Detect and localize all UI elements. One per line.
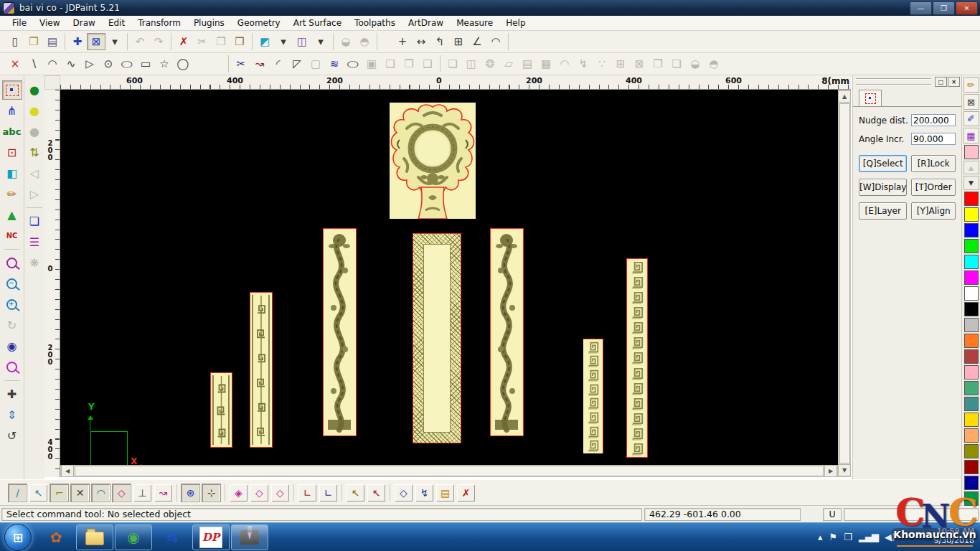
panel-maximize-button[interactable]: □ bbox=[935, 77, 947, 87]
measure-angle-button[interactable]: ∠ bbox=[468, 33, 486, 50]
menu-toolpaths[interactable]: Toolpaths bbox=[348, 17, 402, 29]
guide-diamond3-button[interactable]: ◇ bbox=[270, 484, 290, 502]
snap-node-button[interactable]: ↖ bbox=[29, 484, 48, 502]
pan-button[interactable]: ✚ bbox=[2, 385, 22, 404]
tray-volume-icon[interactable]: ◀) bbox=[885, 532, 895, 542]
scroll-up-button[interactable]: ▲ bbox=[838, 90, 851, 103]
render-mode-button[interactable]: ◩ bbox=[255, 33, 274, 50]
artwork-crest[interactable] bbox=[390, 103, 476, 219]
taskbar-browser-icon[interactable]: ◉ bbox=[115, 524, 152, 550]
select-mode-button[interactable]: [Q]Select bbox=[859, 155, 907, 172]
menu-artdraw[interactable]: ArtDraw bbox=[402, 17, 450, 29]
panel-header[interactable]: □× bbox=[853, 75, 961, 87]
draw-arc-button[interactable]: ◠ bbox=[43, 55, 62, 72]
snap-intersection-button[interactable]: ✕ bbox=[70, 484, 90, 502]
scroll-down-button[interactable]: ▼ bbox=[838, 464, 851, 476]
menu-measure[interactable]: Measure bbox=[450, 17, 499, 29]
color-swatch[interactable] bbox=[964, 318, 979, 332]
panel-close-button[interactable]: × bbox=[948, 77, 960, 87]
origin-crosshair-button[interactable]: ✚ bbox=[68, 33, 87, 50]
vertical-scroll-thumb[interactable] bbox=[839, 103, 850, 463]
surface-mode-button[interactable]: ◫ bbox=[293, 33, 311, 50]
draw-ellipse-button[interactable]: ◯ bbox=[118, 59, 136, 70]
menu-transform[interactable]: Transform bbox=[131, 17, 187, 29]
outline-offset-button[interactable]: ◯ bbox=[344, 59, 362, 70]
align-ruler-button[interactable]: ∟ bbox=[298, 484, 317, 502]
color-swatch[interactable] bbox=[964, 270, 979, 285]
draw-circle-button[interactable]: ⊙ bbox=[99, 55, 118, 72]
taskbar-explorer-icon[interactable] bbox=[76, 524, 113, 550]
draw-polyline-button[interactable]: ▷ bbox=[80, 55, 99, 72]
menu-geometry[interactable]: Geometry bbox=[231, 17, 287, 29]
guide-diamond2-button[interactable]: ◇ bbox=[250, 484, 269, 502]
snap-perpendicular-button[interactable]: ⊥ bbox=[133, 484, 152, 502]
color-swatch[interactable] bbox=[964, 397, 979, 411]
display-button[interactable]: [W]Display bbox=[859, 179, 907, 196]
node-edit-tool[interactable]: ⋔ bbox=[2, 101, 22, 121]
horizontal-scrollbar[interactable]: ◀ ▶ bbox=[60, 465, 838, 477]
snap-quadrant-button[interactable]: ◇ bbox=[112, 484, 131, 502]
color-swatch[interactable] bbox=[964, 365, 979, 380]
artwork-dragon-column-left[interactable] bbox=[323, 228, 357, 436]
maximize-button[interactable]: ❐ bbox=[933, 1, 955, 15]
align-ruler2-button[interactable]: ∟ bbox=[319, 484, 338, 502]
menu-draw[interactable]: Draw bbox=[67, 17, 102, 29]
snap-endpoint-button[interactable]: ∕ bbox=[8, 484, 27, 502]
snap-grid-button[interactable]: ⊛ bbox=[181, 484, 200, 502]
color-picker-icon[interactable]: ✐ bbox=[963, 111, 979, 126]
render-mode-dropdown[interactable]: ▾ bbox=[274, 33, 293, 50]
lock-button[interactable]: [R]Lock bbox=[911, 155, 956, 172]
draw-curve-button[interactable]: ∿ bbox=[62, 55, 80, 72]
rotate-view-button[interactable]: ↺ bbox=[2, 426, 22, 446]
extend-button[interactable]: ↝ bbox=[250, 55, 269, 72]
color-swatch[interactable] bbox=[964, 381, 979, 395]
layer-button[interactable]: [E]Layer bbox=[859, 202, 907, 220]
menu-art-surface[interactable]: Art Surface bbox=[287, 17, 348, 29]
delete-node-button[interactable]: ✗ bbox=[456, 484, 476, 502]
snap-axis-button[interactable]: ⊹ bbox=[202, 484, 221, 502]
nudge-dist-input[interactable] bbox=[911, 114, 956, 126]
pick-mode-button[interactable]: ⊠ bbox=[87, 33, 105, 50]
snap-nearest-button[interactable]: ↝ bbox=[154, 484, 173, 502]
trim-button[interactable]: ✂ bbox=[232, 55, 250, 72]
color-swatch[interactable] bbox=[964, 413, 979, 427]
taskbar-sync-icon[interactable]: ⇆ bbox=[154, 524, 191, 550]
measure-curve-button[interactable]: ◠ bbox=[486, 33, 505, 50]
zoom-out-button[interactable]: − bbox=[2, 274, 22, 293]
layers-panel-button[interactable]: ❏ bbox=[24, 212, 44, 231]
nc-toolpath-tool[interactable]: NC bbox=[2, 226, 22, 245]
text-tool[interactable]: abc bbox=[2, 122, 22, 141]
artwork-greekkey-column-short[interactable] bbox=[583, 339, 603, 453]
color-swatch[interactable] bbox=[964, 476, 979, 490]
menu-edit[interactable]: Edit bbox=[102, 17, 131, 29]
unit-toggle-button[interactable]: U bbox=[823, 508, 842, 521]
menu-plugins[interactable]: Plugins bbox=[187, 17, 231, 29]
draw-line-button[interactable]: ∖ bbox=[24, 55, 43, 72]
taskbar-paint-icon[interactable]: ✿ bbox=[37, 524, 75, 550]
paste-button[interactable]: ❒ bbox=[230, 33, 249, 50]
show-layer-button[interactable]: ● bbox=[24, 101, 44, 121]
angle-incr-input[interactable] bbox=[911, 133, 956, 145]
fillet-button[interactable]: ◜ bbox=[269, 55, 288, 72]
artwork-scroll-column-small[interactable] bbox=[210, 372, 232, 448]
zoom-object-button[interactable] bbox=[2, 357, 22, 377]
close-button[interactable]: ✕ bbox=[956, 1, 978, 15]
tab-select-tool[interactable] bbox=[859, 90, 882, 106]
taskbar-jdpaint-icon[interactable] bbox=[231, 524, 268, 550]
color-swatch[interactable] bbox=[964, 207, 979, 222]
pick-remove-button[interactable]: ↖ bbox=[367, 484, 386, 502]
order-button[interactable]: [T]Order bbox=[911, 179, 956, 196]
artwork-center-plaque[interactable] bbox=[413, 233, 461, 443]
guide-diamond-button[interactable]: ◈ bbox=[229, 484, 248, 502]
taskbar-deskproto-icon[interactable]: DP bbox=[192, 524, 230, 550]
draw-rectangle-button[interactable]: ▭ bbox=[136, 55, 155, 72]
convert-curve-button[interactable]: ↯ bbox=[415, 484, 434, 502]
layer-manager-button[interactable]: ☰ bbox=[24, 232, 44, 252]
menu-file[interactable]: File bbox=[6, 17, 33, 29]
color-swatch[interactable] bbox=[964, 491, 979, 506]
tray-clipboard-icon[interactable]: ❒ bbox=[844, 532, 852, 542]
menu-help[interactable]: Help bbox=[499, 17, 532, 29]
menu-view[interactable]: View bbox=[33, 17, 66, 29]
color-swatch[interactable] bbox=[964, 286, 979, 301]
minimize-button[interactable]: — bbox=[910, 1, 932, 15]
